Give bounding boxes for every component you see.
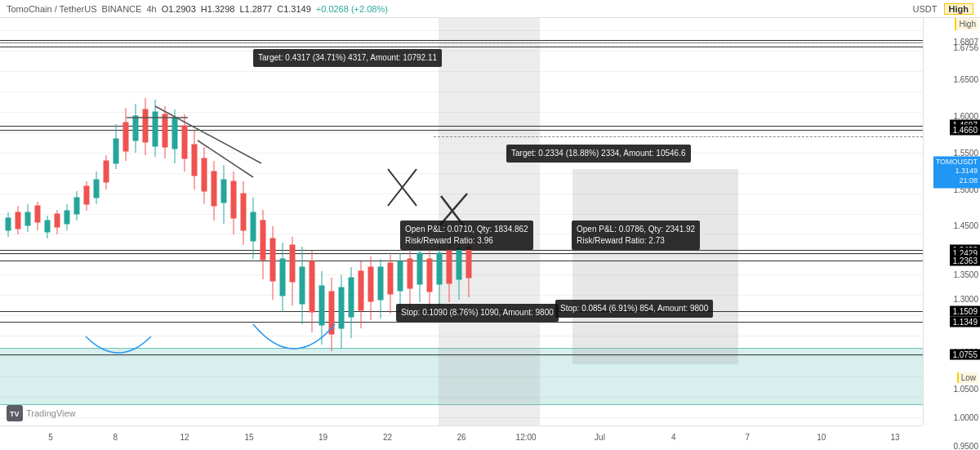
time-label-8: 8 <box>113 433 118 442</box>
svg-rect-63 <box>310 261 314 312</box>
svg-text:TV: TV <box>10 410 20 418</box>
svg-rect-71 <box>349 278 354 317</box>
target-line-2 <box>434 136 923 137</box>
target1-tooltip: Target: 0.4317 (34.71%) 4317, Amount: 10… <box>253 49 442 67</box>
price-axis: High 1.6807 1.6756 1.6500 1.6000 1.5500 … <box>923 18 980 425</box>
chart-area: .candle-bull { fill: #26a69a; stroke: #2… <box>0 18 923 425</box>
exchange-label: BINANCE <box>101 4 141 14</box>
svg-rect-57 <box>280 259 285 296</box>
target2-tooltip: Target: 0.2334 (18.88%) 2334, Amount: 10… <box>506 145 691 163</box>
time-label-13: 13 <box>891 433 900 442</box>
price-box-1-4660: 1.4660 <box>950 125 980 136</box>
svg-rect-95 <box>466 247 471 278</box>
target-line-1 <box>0 42 923 43</box>
svg-rect-9 <box>45 221 50 232</box>
svg-rect-15 <box>74 198 79 214</box>
stop2-tooltip: Stop: 0.0854 (6.91%) 854, Amount: 9800 <box>555 300 713 318</box>
arc-drawing-1 <box>86 336 151 353</box>
svg-rect-75 <box>368 267 373 301</box>
price-0-9500: 0.9500 <box>953 441 978 450</box>
svg-rect-49 <box>241 194 246 230</box>
svg-rect-39 <box>192 145 197 176</box>
symbol-info: TomoChain / TetherUS BINANCE 4h O1.2903 … <box>7 4 388 14</box>
svg-rect-3 <box>16 212 20 229</box>
price-1-6000: 1.6000 <box>953 111 978 120</box>
svg-rect-81 <box>398 261 403 291</box>
svg-rect-51 <box>251 212 256 241</box>
svg-rect-29 <box>143 109 148 142</box>
time-label-5: 5 <box>48 433 53 442</box>
time-label-4: 4 <box>671 433 676 442</box>
timeframe-label: 4h <box>146 4 156 14</box>
time-label-10: 10 <box>817 433 826 442</box>
svg-rect-83 <box>408 259 412 288</box>
svg-rect-27 <box>133 116 138 140</box>
svg-rect-65 <box>319 286 324 325</box>
high-badge: High <box>944 3 973 15</box>
svg-rect-89 <box>437 253 442 284</box>
tradingview-logo: TV TradingView <box>7 405 76 421</box>
time-label-1200: 12:00 <box>516 433 537 442</box>
high-annotation: High <box>955 18 978 30</box>
price-1-3000: 1.3000 <box>953 295 978 304</box>
price-box-1-2363: 1.2363 <box>950 255 980 265</box>
tradingview-text: TradingView <box>26 408 76 418</box>
price-box-1-1509: 1.1509 <box>950 306 980 317</box>
svg-rect-17 <box>84 186 89 204</box>
symbol-name: TomoChain / TetherUS <box>7 4 96 14</box>
price-box-1-1349: 1.1349 <box>950 316 980 327</box>
svg-rect-93 <box>457 248 461 279</box>
change-value: +0.0268 (+2.08%) <box>316 4 388 14</box>
trend-line-1 <box>155 106 261 163</box>
svg-rect-87 <box>427 259 432 292</box>
svg-rect-1 <box>6 218 11 230</box>
svg-rect-23 <box>114 139 118 163</box>
time-label-15: 15 <box>245 433 254 442</box>
top-bar: TomoChain / TetherUS BINANCE 4h O1.2903 … <box>0 0 980 18</box>
svg-rect-61 <box>300 267 305 304</box>
svg-rect-85 <box>417 253 422 284</box>
svg-rect-91 <box>447 251 452 283</box>
currency-label: USDT <box>913 4 938 14</box>
svg-rect-59 <box>290 245 295 282</box>
time-label-19: 19 <box>318 433 327 442</box>
time-label-22: 22 <box>383 433 392 442</box>
price-1-6500: 1.6500 <box>953 74 978 83</box>
time-label-26: 26 <box>457 433 466 442</box>
svg-rect-47 <box>231 181 236 218</box>
time-axis: 5 8 12 15 19 22 26 12:00 Jul 4 7 10 13 <box>0 425 923 450</box>
open-value: O1.2903 <box>162 4 196 14</box>
svg-rect-25 <box>123 123 128 151</box>
close-value: C1.3149 <box>277 4 311 14</box>
svg-rect-55 <box>270 238 275 281</box>
high-value: H1.3298 <box>201 4 235 14</box>
svg-rect-7 <box>35 206 40 222</box>
chart-container: .candle-bull { fill: #26a69a; stroke: #2… <box>0 0 980 450</box>
low-value: L1.2877 <box>239 4 272 14</box>
svg-rect-79 <box>388 263 393 294</box>
svg-rect-5 <box>25 212 30 225</box>
svg-rect-11 <box>55 214 60 227</box>
price-1-0000: 1.0000 <box>953 413 978 422</box>
time-label-jul: Jul <box>595 433 605 442</box>
price-1-6756: 1.6756 <box>953 43 978 52</box>
svg-rect-77 <box>378 267 383 300</box>
price-1-4500: 1.4500 <box>953 221 978 230</box>
stop1-tooltip: Stop: 0.1090 (8.76%) 1090, Amount: 9800 <box>396 304 559 322</box>
time-label-12: 12 <box>180 433 189 442</box>
svg-rect-13 <box>65 211 69 224</box>
pnl1-tooltip: Open P&L: 0.0710, Qty: 1834.862 Risk/Rew… <box>400 221 533 250</box>
svg-rect-69 <box>339 287 344 328</box>
svg-rect-37 <box>182 126 187 158</box>
svg-rect-21 <box>104 161 109 182</box>
svg-rect-45 <box>221 180 226 203</box>
price-box-1-0755: 1.0755 <box>950 349 980 359</box>
pnl2-tooltip: Open P&L: 0.0786, Qty: 2341.92 Risk/Rewa… <box>572 221 700 250</box>
svg-rect-33 <box>163 114 167 147</box>
arc-drawing-2 <box>253 324 335 349</box>
price-1-3500: 1.3500 <box>953 270 978 279</box>
svg-rect-43 <box>212 172 216 206</box>
tv-icon: TV <box>7 405 23 421</box>
price-1-0500: 1.0500 <box>953 385 978 394</box>
svg-rect-19 <box>94 180 99 198</box>
